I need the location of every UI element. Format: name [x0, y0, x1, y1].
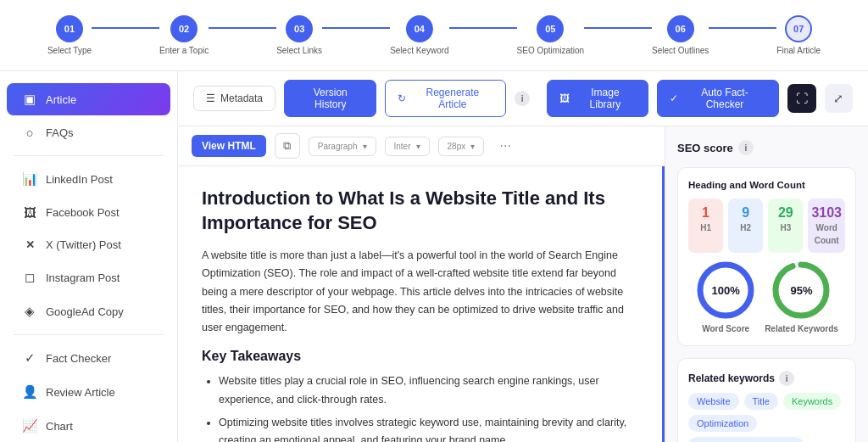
- related-keywords-circle: 95%: [771, 260, 832, 321]
- key-takeaways-list: Website titles play a crucial role in SE…: [202, 372, 638, 442]
- h1-count: 1: [692, 205, 720, 221]
- step-connector-6: [709, 27, 776, 29]
- step-connector-1: [92, 27, 159, 29]
- keyword-tag-rankings: Search engine rankings: [688, 437, 804, 442]
- content-area: ☰ Metadata Version History ↻ Regenerate …: [178, 71, 868, 442]
- key-takeaways-heading: Key Takeaways: [202, 349, 638, 364]
- article-icon: ▣: [22, 92, 37, 107]
- h2-count: 9: [732, 205, 760, 221]
- googlead-icon: ◈: [22, 304, 37, 319]
- step-5[interactable]: 05 SEO Optimization: [517, 15, 584, 55]
- h3-label: H3: [780, 223, 791, 232]
- sidebar-item-factchecker[interactable]: ✓ Fact Checker: [7, 342, 170, 374]
- sidebar-divider-2: [14, 334, 164, 335]
- bullet-1: Website titles play a crucial role in SE…: [219, 372, 638, 409]
- step-7[interactable]: 07 Final Article: [776, 15, 821, 55]
- metadata-label: Metadata: [220, 92, 263, 104]
- sidebar-label-linkedin: LinkedIn Post: [46, 173, 113, 186]
- twitter-icon: ✕: [22, 238, 37, 251]
- sidebar-item-twitter[interactable]: ✕ X (Twitter) Post: [7, 230, 170, 260]
- sidebar-item-chart[interactable]: 📈 Chart: [7, 410, 170, 442]
- image-library-label: Image Library: [575, 87, 636, 110]
- font-chevron: ▾: [416, 142, 420, 151]
- more-options-button[interactable]: ···: [492, 133, 518, 159]
- step-circle-1: 01: [56, 15, 83, 42]
- image-library-button[interactable]: 🖼 Image Library: [547, 80, 648, 117]
- metadata-button[interactable]: ☰ Metadata: [193, 86, 275, 111]
- size-label: 28px: [448, 142, 466, 151]
- step-4[interactable]: 04 Select Keyword: [390, 15, 448, 55]
- step-connector-2: [209, 27, 276, 29]
- h1-count-item: 1 H1: [688, 199, 723, 253]
- regenerate-info-icon[interactable]: i: [515, 91, 530, 106]
- size-chevron: ▾: [470, 142, 475, 151]
- step-circle-2: 02: [170, 15, 198, 42]
- related-keywords-info-icon[interactable]: i: [779, 371, 794, 386]
- h3-count-item: 29 H3: [768, 199, 803, 253]
- related-keywords-text: 95%: [790, 284, 812, 297]
- seo-info-icon[interactable]: i: [738, 140, 754, 155]
- step-2[interactable]: 02 Enter a Topic: [159, 15, 209, 55]
- paragraph-select[interactable]: Paragraph ▾: [309, 137, 376, 156]
- seo-panel: SEO score i Heading and Word Count 1 H1 …: [665, 126, 868, 442]
- instagram-icon: ◻: [22, 270, 37, 285]
- sidebar-item-facebook[interactable]: 🖼 Facebook Post: [7, 197, 170, 228]
- sidebar-item-instagram[interactable]: ◻ Instagram Post: [7, 261, 170, 294]
- auto-fact-checker-button[interactable]: ✓ Auto Fact-Checker: [657, 80, 779, 117]
- step-1[interactable]: 01 Select Type: [47, 15, 92, 55]
- stepper: 01 Select Type 02 Enter a Topic 03 Selec…: [0, 0, 868, 71]
- sidebar-item-faqs[interactable]: ○ FAQs: [7, 117, 170, 148]
- seo-title: SEO score i: [677, 140, 856, 155]
- font-select[interactable]: Inter ▾: [385, 137, 430, 156]
- keyword-tag-optimization: Optimization: [688, 415, 757, 432]
- score-circles: 100% Word Score 95%: [688, 260, 845, 333]
- version-history-button[interactable]: Version History: [284, 80, 376, 117]
- copy-button[interactable]: ⧉: [275, 133, 300, 159]
- sidebar-label-factchecker: Fact Checker: [46, 352, 111, 365]
- step-label-7: Final Article: [776, 46, 821, 55]
- facebook-icon: 🖼: [22, 205, 37, 220]
- keyword-tag-title: Title: [744, 393, 778, 410]
- sidebar: ▣ Article ○ FAQs 📊 LinkedIn Post 🖼 Faceb…: [0, 71, 178, 442]
- article-intro: A website title is more than just a labe…: [202, 247, 638, 337]
- sidebar-item-article[interactable]: ▣ Article: [7, 83, 170, 115]
- editor-panel: View HTML ⧉ Paragraph ▾ Inter ▾ 28px ▾ ·…: [178, 126, 665, 442]
- sidebar-label-facebook: Facebook Post: [46, 206, 120, 219]
- expand-button[interactable]: ⛶: [787, 84, 815, 113]
- heading-count-row: 1 H1 9 H2 29 H3 3103 Wor: [688, 199, 845, 253]
- word-score-label: Word Score: [702, 324, 749, 333]
- step-label-6: Select Outlines: [652, 46, 709, 55]
- format-bar: View HTML ⧉ Paragraph ▾ Inter ▾ 28px ▾ ·…: [178, 126, 665, 166]
- step-label-5: SEO Optimization: [517, 46, 584, 55]
- sidebar-divider-1: [14, 155, 164, 156]
- bullet-2: Optimizing website titles involves strat…: [219, 414, 638, 442]
- step-6[interactable]: 06 Select Outlines: [652, 15, 709, 55]
- size-select[interactable]: 28px ▾: [438, 137, 485, 156]
- word-score-text: 100%: [712, 284, 740, 297]
- h3-count: 29: [771, 205, 799, 221]
- chart-icon: 📈: [22, 418, 37, 434]
- linkedin-icon: 📊: [22, 171, 37, 187]
- sidebar-item-linkedin[interactable]: 📊 LinkedIn Post: [7, 163, 170, 195]
- sidebar-item-review[interactable]: 👤 Review Article: [7, 376, 170, 408]
- step-circle-3: 03: [286, 15, 313, 42]
- top-toolbar: ☰ Metadata Version History ↻ Regenerate …: [178, 71, 868, 126]
- step-3[interactable]: 03 Select Links: [276, 15, 322, 55]
- image-library-icon: 🖼: [559, 92, 570, 104]
- word-score-wrap: 100% Word Score: [695, 260, 756, 333]
- sidebar-label-googlead: GoogleAd Copy: [46, 305, 124, 318]
- regenerate-label: Regenerate Article: [411, 87, 493, 110]
- regenerate-button[interactable]: ↻ Regenerate Article: [385, 80, 506, 117]
- font-label: Inter: [394, 142, 411, 151]
- h1-label: H1: [700, 223, 711, 232]
- fullscreen-button[interactable]: ⤢: [825, 84, 853, 113]
- paragraph-chevron: ▾: [363, 142, 367, 151]
- step-circle-4: 04: [406, 15, 433, 42]
- sidebar-label-instagram: Instagram Post: [46, 271, 120, 284]
- editor-content[interactable]: Introduction to What Is a Website Title …: [178, 166, 665, 442]
- h2-label: H2: [740, 223, 751, 232]
- view-html-button[interactable]: View HTML: [192, 135, 266, 157]
- sidebar-item-googlead[interactable]: ◈ GoogleAd Copy: [7, 295, 170, 327]
- sidebar-label-review: Review Article: [46, 386, 115, 399]
- step-circle-7: 07: [785, 15, 812, 42]
